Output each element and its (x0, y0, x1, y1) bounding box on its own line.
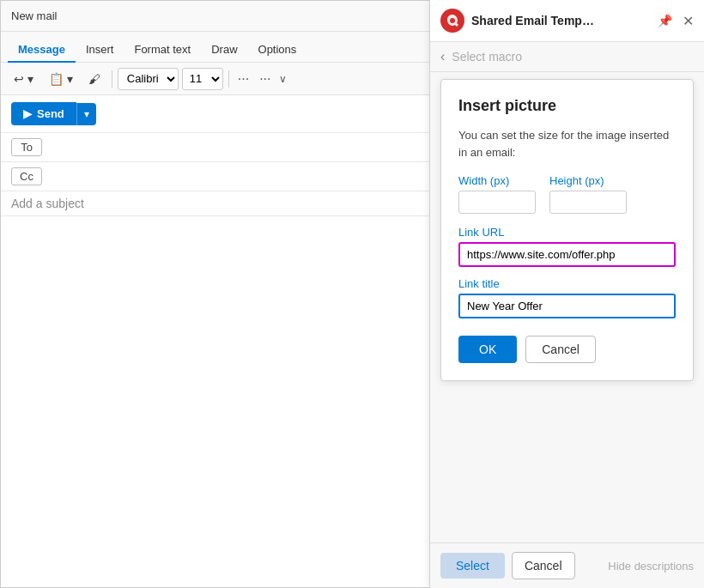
side-panel: Shared Email Temp… 📌 ✕ ‹ Select macro In… (429, 0, 704, 588)
toolbar-more-2[interactable]: ··· (256, 70, 274, 88)
select-button[interactable]: Select (440, 553, 505, 579)
panel-title: Shared Email Temp… (471, 14, 647, 27)
font-size-select[interactable]: 11 (182, 68, 223, 90)
panel-header: Shared Email Temp… 📌 ✕ (430, 0, 704, 42)
paste-button[interactable]: 📋 ▾ (43, 69, 79, 89)
send-icon: ▶ (23, 107, 32, 120)
link-url-field: Link URL (458, 226, 676, 267)
dialog-title: Insert picture (458, 97, 676, 115)
hide-descriptions-button[interactable]: Hide descriptions (608, 560, 694, 573)
dimension-row: Width (px) Height (px) (458, 174, 676, 214)
svg-point-0 (450, 18, 455, 23)
format-painter-button[interactable]: 🖌 (82, 69, 106, 89)
dialog-buttons: OK Cancel (458, 336, 676, 363)
back-arrow-button[interactable]: ‹ (440, 49, 445, 64)
insert-picture-dialog: Insert picture You can set the size for … (440, 79, 694, 381)
font-family-select[interactable]: Calibri (118, 68, 179, 90)
subject-placeholder[interactable]: Add a subject (11, 197, 84, 210)
toolbar-chevron[interactable]: ∨ (277, 71, 288, 87)
panel-logo-icon (445, 13, 460, 28)
tab-format-text[interactable]: Format text (124, 38, 201, 63)
tab-insert[interactable]: Insert (76, 38, 124, 63)
ok-button[interactable]: OK (458, 336, 517, 363)
select-macro-row: ‹ Select macro (430, 42, 704, 72)
tab-options[interactable]: Options (248, 38, 307, 63)
toolbar-divider-1 (112, 70, 112, 88)
panel-logo (440, 9, 464, 33)
footer-cancel-button[interactable]: Cancel (512, 552, 575, 579)
width-label: Width (px) (458, 174, 536, 187)
height-field: Height (px) (549, 174, 627, 214)
link-url-label: Link URL (458, 226, 676, 239)
tab-draw[interactable]: Draw (201, 38, 247, 63)
dialog-description: You can set the size for the image inser… (458, 127, 676, 161)
width-input[interactable] (458, 191, 536, 214)
send-button[interactable]: ▶ Send (11, 102, 76, 125)
link-title-input[interactable] (458, 294, 676, 318)
tab-message[interactable]: Message (8, 38, 76, 63)
cc-label: Cc (11, 167, 42, 185)
width-field: Width (px) (458, 174, 536, 214)
toolbar-divider-2 (228, 70, 229, 88)
window-title: New mail (11, 9, 57, 22)
select-macro-label: Select macro (452, 50, 522, 64)
link-url-input[interactable] (458, 242, 676, 267)
link-title-field: Link title (458, 277, 676, 318)
panel-footer: Select Cancel Hide descriptions (430, 543, 704, 588)
height-input[interactable] (549, 191, 627, 214)
dialog-cancel-button[interactable]: Cancel (525, 336, 596, 363)
to-label: To (11, 138, 42, 156)
panel-close-button[interactable]: ✕ (683, 13, 694, 29)
height-label: Height (px) (549, 174, 627, 187)
panel-pin-button[interactable]: 📌 (658, 14, 672, 27)
send-dropdown-button[interactable]: ▾ (76, 103, 96, 125)
link-title-label: Link title (458, 277, 676, 290)
send-button-group: ▶ Send ▾ (11, 102, 96, 125)
undo-button[interactable]: ↩ ▾ (8, 69, 39, 89)
toolbar-more-1[interactable]: ··· (234, 70, 252, 88)
